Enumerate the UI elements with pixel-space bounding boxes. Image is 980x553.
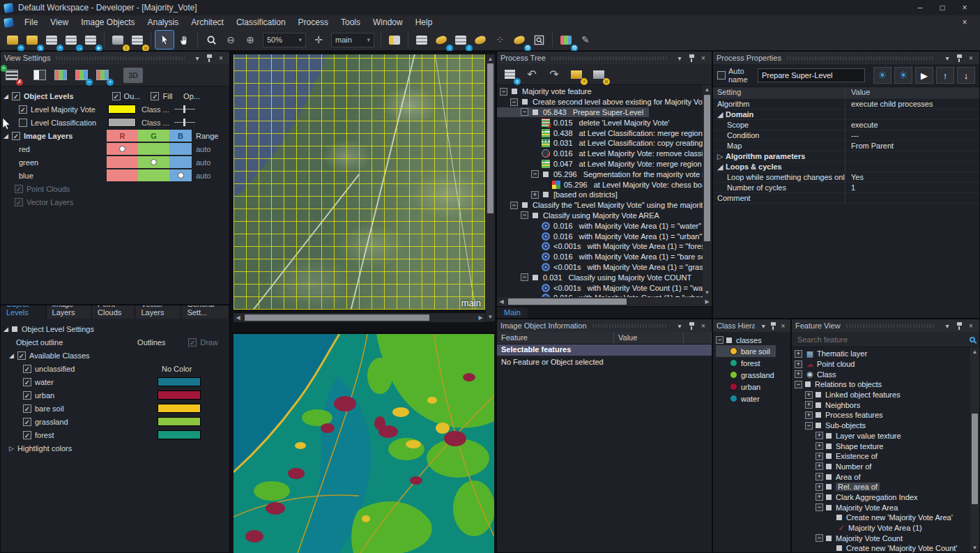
pin-icon[interactable] — [204, 53, 214, 63]
feature-grid-icon[interactable]: ⚙ — [557, 31, 575, 49]
collapse-icon[interactable]: − — [816, 534, 823, 542]
property-row[interactable]: Scopeexecute — [713, 120, 979, 130]
pin-icon[interactable] — [954, 321, 964, 331]
channel-radio[interactable] — [178, 172, 184, 179]
map-view-classification[interactable] — [230, 333, 496, 553]
single-layer-view-icon[interactable] — [31, 68, 48, 83]
process-row[interactable]: 0.016at Level Majority Vote: remove clas… — [497, 149, 703, 159]
object-links-icon[interactable]: ⁘ — [491, 31, 509, 49]
column-value[interactable]: Value — [614, 332, 684, 344]
new-map-view-icon[interactable]: + — [43, 31, 61, 49]
chevron-down-icon[interactable]: ▾ — [760, 321, 767, 331]
collapse-icon[interactable]: − — [816, 503, 823, 511]
expand-icon[interactable]: + — [795, 370, 802, 378]
column-feature[interactable]: Feature — [497, 332, 614, 344]
classes-root-row[interactable]: −classes — [716, 335, 790, 345]
expanded-arrow-icon[interactable]: ◢ — [3, 132, 12, 139]
expanded-arrow-icon[interactable]: ◢ — [717, 162, 726, 172]
range-value[interactable]: auto — [192, 158, 222, 167]
rgb-layer-view-icon[interactable] — [52, 68, 69, 83]
r-cell[interactable] — [107, 169, 138, 181]
unchecked-checkbox[interactable]: ✓ — [19, 119, 27, 127]
tab-object-levels[interactable]: Object Levels — [1, 305, 47, 319]
tab-image-layers[interactable]: Image Layers — [47, 305, 93, 319]
add-layer-view-icon[interactable]: + — [94, 68, 111, 83]
process-row[interactable]: −Classify the "Level Majority Vote" usin… — [497, 200, 703, 211]
expanded-arrow-icon[interactable]: ◢ — [9, 352, 17, 359]
map-vertical-scrollbar[interactable]: ▲ ▼ — [486, 54, 495, 321]
feature-item[interactable]: −Majority Vote Count — [793, 533, 970, 543]
expand-icon[interactable]: + — [805, 401, 813, 409]
window-split-view-icon[interactable] — [385, 31, 404, 49]
collapsed-arrow-icon[interactable]: ▷ — [717, 152, 726, 161]
process-row[interactable]: +[based on districts] — [497, 190, 703, 200]
class-item[interactable]: forest — [716, 357, 790, 369]
chevron-down-icon[interactable]: ▾ — [942, 53, 952, 63]
collapse-icon[interactable]: − — [805, 422, 813, 430]
class-row[interactable]: ✓water — [3, 375, 229, 388]
view-settings-eye-icon[interactable]: ⚙ — [510, 31, 528, 49]
pin-icon[interactable] — [770, 321, 777, 331]
map-horizontal-scrollbar[interactable]: ◀ ▶ — [233, 313, 485, 322]
process-row[interactable]: −0.031Classify using Majority Vote COUNT — [497, 272, 703, 282]
expand-icon[interactable]: + — [816, 462, 823, 470]
menu-help[interactable]: Help — [409, 16, 439, 29]
class-row[interactable]: ✓unclassifiedNo Color — [3, 362, 229, 375]
minimize-button[interactable]: – — [909, 1, 931, 15]
available-classes-row[interactable]: ◢✓Available Classes — [3, 349, 229, 362]
process-row[interactable]: 0.031at Level Classification: copy creat… — [497, 138, 703, 149]
opacity-slider[interactable] — [173, 118, 197, 127]
close-icon[interactable]: × — [966, 321, 976, 331]
close-icon[interactable]: × — [966, 53, 976, 63]
feature-item[interactable]: −Relations to objects — [793, 379, 970, 390]
fill-mode-cell[interactable]: Class ... — [137, 105, 171, 114]
channel-radio[interactable] — [151, 159, 157, 165]
pin-icon[interactable] — [687, 321, 696, 331]
expand-icon[interactable]: + — [805, 411, 813, 419]
outline-color-cell[interactable] — [107, 103, 137, 115]
feature-item[interactable]: +◉Class — [793, 369, 970, 379]
checked-checkbox[interactable]: ✓ — [15, 198, 23, 206]
process-row[interactable]: <0.001swith Majority Vote Count (1) = "w… — [497, 282, 703, 293]
feature-item[interactable]: +Linked object features — [793, 390, 970, 400]
checked-checkbox[interactable]: ✓ — [23, 378, 31, 386]
checked-checkbox[interactable]: ✓ — [112, 92, 121, 100]
image-layer-row[interactable]: blueauto — [3, 169, 229, 182]
range-value[interactable]: auto — [192, 172, 222, 180]
collapse-icon[interactable]: − — [510, 98, 518, 106]
checked-checkbox[interactable]: ✓ — [23, 391, 31, 400]
checked-checkbox[interactable]: ✓ — [23, 404, 31, 413]
chevron-down-icon[interactable]: ▾ — [192, 53, 202, 63]
remove-layer-view-icon[interactable]: − — [73, 68, 90, 83]
process-row[interactable]: 0.438at Level Classification: merge regi… — [497, 128, 703, 138]
r-cell[interactable] — [107, 143, 138, 155]
classification-view-glasses-icon[interactable] — [471, 31, 489, 49]
expand-icon[interactable]: + — [795, 350, 802, 358]
class-item[interactable]: urban — [716, 381, 790, 393]
checked-checkbox[interactable]: ✓ — [15, 185, 23, 193]
expand-icon[interactable]: + — [816, 442, 823, 450]
level-row[interactable]: ✓Level ClassificationClass ... — [3, 116, 229, 129]
chevron-down-icon[interactable]: ▾ — [675, 53, 684, 63]
object-mean-view-info-icon[interactable]: i — [452, 31, 470, 49]
menu-analysis[interactable]: Analysis — [141, 16, 185, 29]
process-tree-hscroll[interactable]: ◀ ▶ — [497, 297, 712, 306]
redo-icon[interactable]: ↷ — [546, 67, 562, 82]
move-up-button[interactable]: ↑ — [936, 67, 954, 84]
process-settings-icon[interactable]: s — [501, 67, 518, 82]
process-name-input[interactable] — [758, 68, 865, 82]
highlight-colors-row[interactable]: ▷Hightlight colors — [3, 441, 229, 455]
b-cell[interactable] — [169, 156, 192, 168]
auto-settings-button[interactable]: ☀ — [894, 67, 912, 84]
move-down-button[interactable]: ↓ — [957, 67, 975, 84]
3d-view-button[interactable]: 3D — [123, 68, 143, 83]
feature-item[interactable]: −Sub-objects — [793, 421, 970, 431]
channel-radio[interactable] — [119, 146, 125, 152]
r-cell[interactable] — [107, 156, 138, 168]
algorithm-settings-button[interactable]: ☀ — [873, 67, 891, 84]
document-close-button[interactable]: × — [954, 15, 976, 29]
import-map-view-icon[interactable]: → — [62, 31, 80, 49]
menu-architect[interactable]: Architect — [185, 16, 230, 29]
checked-checkbox[interactable]: ✓ — [23, 431, 31, 439]
collapse-icon[interactable]: − — [510, 202, 518, 209]
